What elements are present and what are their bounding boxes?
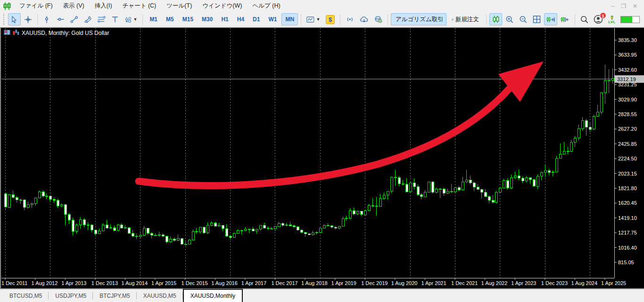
fibonacci-tool-button[interactable] — [95, 13, 108, 25]
chart-header: XAUUSD, Monthly: Gold US Dollar — [4, 30, 109, 36]
menu-item-3[interactable]: チャート (C) — [117, 1, 162, 11]
close-button[interactable]: ✕ — [633, 3, 637, 9]
toolbar-grip — [3, 14, 6, 25]
timeframe-h1[interactable]: H1 — [217, 13, 232, 25]
vertical-line-icon — [43, 16, 50, 24]
timeframe-mn[interactable]: MN — [281, 13, 298, 25]
svg-text:2023.15: 2023.15 — [618, 171, 637, 176]
svg-text:1 Aug 2020: 1 Aug 2020 — [391, 280, 418, 286]
chevron-down-icon: ▼ — [133, 17, 137, 22]
menu-item-4[interactable]: ツール(T) — [161, 1, 197, 11]
algo-trading-label: アルゴリズム取引 — [396, 16, 444, 24]
new-order-button[interactable]: 新規注文 — [447, 13, 483, 25]
auto-scroll-button[interactable] — [544, 13, 558, 25]
menu-bar: ファイル (F)表示 (V)挿入(I)チャート (C)ツール(T)ウインドウ(W… — [0, 0, 644, 12]
chevron-down-icon: ▼ — [316, 17, 321, 22]
chart-window[interactable]: XAUUSD, Monthly: Gold US Dollar 3835.303… — [0, 27, 644, 289]
symbols-button[interactable]: $ — [323, 13, 337, 25]
cursor-tool-button[interactable] — [8, 13, 21, 25]
toolbar-separator — [575, 14, 575, 25]
toolbar-separator — [486, 14, 487, 25]
chart-canvas[interactable]: 3835.303633.953432.603231.253029.902828.… — [0, 27, 644, 289]
tile-windows-icon — [533, 15, 541, 24]
chart-shift-button[interactable] — [558, 13, 572, 25]
minimize-button[interactable]: – — [611, 3, 614, 9]
timeframe-m5[interactable]: M5 — [162, 13, 178, 25]
tab-xauusd-m5[interactable]: XAUUSD,M5 — [137, 289, 183, 302]
svg-text:1 Aug 2022: 1 Aug 2022 — [481, 280, 508, 286]
community-add-button[interactable] — [372, 13, 385, 25]
svg-text:1 Aug 2024: 1 Aug 2024 — [571, 280, 597, 286]
lvl-icon: ⇧ LVL — [608, 15, 615, 24]
toolbar-separator — [340, 14, 340, 25]
svg-text:1 Dec 2023: 1 Dec 2023 — [541, 280, 568, 286]
new-order-icon — [452, 16, 454, 23]
chart-frame — [1, 28, 644, 289]
menu-item-1[interactable]: 表示 (V) — [58, 1, 90, 11]
signals-button[interactable] — [343, 13, 357, 25]
cloud-button[interactable] — [357, 13, 371, 25]
zoom-in-icon — [505, 15, 513, 24]
timeframe-d1[interactable]: D1 — [249, 13, 264, 25]
tab-xauusd-monthly[interactable]: XAUUSD,Monthly — [183, 289, 243, 302]
timeframe-m1[interactable]: M1 — [146, 13, 161, 25]
algo-trading-button[interactable]: アルゴリズム取引 — [391, 13, 446, 25]
svg-text:2828.55: 2828.55 — [618, 111, 637, 117]
svg-text:1620.45: 1620.45 — [618, 200, 637, 206]
crosshair-tool-button[interactable] — [22, 13, 34, 25]
tile-windows-button[interactable] — [530, 13, 543, 25]
toolbar-separator — [388, 14, 388, 25]
indicators-button[interactable]: ▼ — [304, 13, 322, 25]
menu-item-0[interactable]: ファイル (F) — [14, 1, 58, 11]
current-price-tag: 3312.19 — [615, 76, 644, 83]
horizontal-line-icon — [57, 16, 65, 23]
indicator-icon — [306, 16, 314, 24]
trendline-tool-button[interactable] — [68, 13, 81, 25]
timeframe-m15[interactable]: M15 — [179, 13, 197, 25]
svg-text:2224.50: 2224.50 — [618, 156, 637, 161]
depth-of-market-icon — [4, 30, 10, 36]
crosshair-icon — [24, 16, 32, 24]
svg-text:1 Dec 2021: 1 Dec 2021 — [451, 280, 478, 286]
zoom-out-button[interactable] — [517, 13, 529, 25]
svg-text:1 Dec 2017: 1 Dec 2017 — [271, 280, 297, 286]
vertical-line-tool-button[interactable] — [41, 13, 53, 25]
zoom-in-button[interactable] — [503, 13, 516, 25]
connection-meter — [620, 16, 640, 23]
toolbar-separator — [142, 14, 143, 25]
candlestick-icon — [492, 15, 500, 24]
timeframe-h4[interactable]: H4 — [233, 13, 248, 25]
trendline-icon — [70, 16, 78, 24]
svg-text:1 Dec 2013: 1 Dec 2013 — [91, 280, 118, 286]
timeframe-m30[interactable]: M30 — [198, 13, 216, 25]
menu-item-5[interactable]: ウインドウ(W) — [197, 1, 247, 11]
horizontal-line-tool-button[interactable] — [54, 13, 67, 25]
restore-button[interactable]: ❐ — [621, 3, 626, 9]
text-tool-button[interactable] — [109, 13, 122, 25]
search-button[interactable] — [578, 13, 591, 25]
svg-text:1 Dec 2011: 1 Dec 2011 — [1, 280, 27, 286]
timeframe-w1[interactable]: W1 — [264, 13, 281, 25]
shapes-tool-button[interactable]: ▼ — [123, 13, 140, 25]
candles-mode-button[interactable] — [489, 13, 502, 25]
menu-item-6[interactable]: ヘルプ (H) — [247, 1, 285, 11]
community-profile-button[interactable]: 1 — [592, 13, 605, 25]
search-icon — [580, 15, 588, 24]
tab-btcjpy-m5[interactable]: BTCJPY,M5 — [93, 289, 136, 302]
auto-scroll-icon — [546, 16, 555, 24]
menu-item-2[interactable]: 挿入(I) — [90, 1, 117, 11]
channel-tool-button[interactable] — [82, 13, 94, 25]
svg-text:2425.85: 2425.85 — [618, 141, 637, 147]
svg-text:1 Apr 2013: 1 Apr 2013 — [61, 280, 86, 286]
svg-text:3633.95: 3633.95 — [618, 52, 637, 58]
tab-btcusd-m5[interactable]: BTCUSD,M5 — [3, 289, 49, 302]
svg-text:1217.75: 1217.75 — [618, 230, 637, 235]
svg-text:3835.30: 3835.30 — [618, 37, 637, 43]
chart-symbol-title: XAUUSD, Monthly: Gold US Dollar — [22, 30, 109, 36]
tab-usdjpy-m5[interactable]: USDJPY,M5 — [49, 289, 93, 302]
level-button[interactable]: ⇧ LVL — [606, 13, 642, 25]
chart-tab-bar: BTCUSD,M5USDJPY,M5BTCJPY,M5XAUUSD,M5XAUU… — [0, 289, 644, 302]
globe-add-icon — [374, 15, 382, 24]
toolbar: ▼ M1M5M15M30H1H4D1W1MN ▼ $ — [0, 12, 644, 27]
toolbar-separator — [37, 14, 38, 25]
